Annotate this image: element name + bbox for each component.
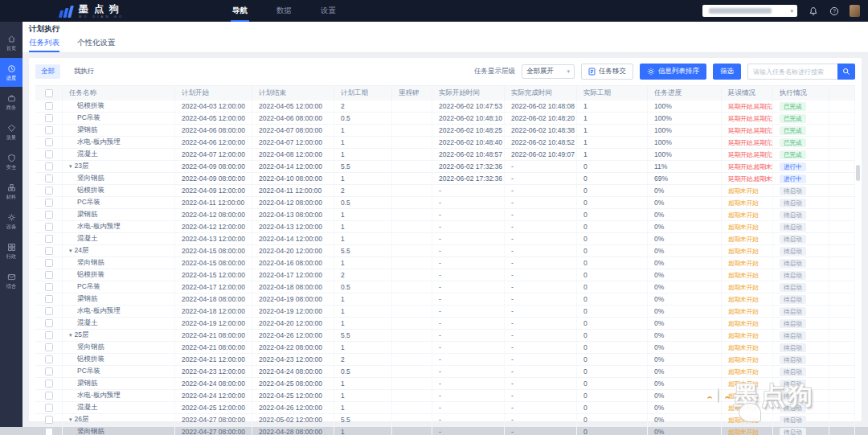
table-row: 竖向钢筋2022-04-21 08:00:002022-04-22 08:00:… [35, 342, 855, 354]
row-spacer [829, 402, 855, 413]
status-cell: 待启动 [773, 342, 829, 353]
sidebar-item-safety[interactable]: 安全 [0, 147, 23, 176]
help-icon[interactable]: ? [829, 6, 839, 16]
expand-caret-icon[interactable]: ▾ [69, 417, 72, 423]
row-checkbox[interactable] [45, 404, 53, 412]
row-checkbox-cell [35, 137, 63, 148]
status-cell: 待启动 [773, 366, 829, 377]
filter-all[interactable]: 全部 [35, 64, 60, 79]
table-row: ▾26层2022-04-27 08:00:002022-05-02 12:00:… [35, 414, 855, 426]
sidebar-item-general[interactable]: 综合 [0, 266, 23, 295]
task-name-cell: 水电-板内预埋 [63, 137, 175, 148]
row-checkbox[interactable] [45, 126, 53, 134]
topbar-nav-nav[interactable]: 导航 [232, 0, 248, 22]
chevron-down-icon: ▾ [790, 8, 793, 14]
row-spacer [829, 221, 855, 232]
tab-personalize[interactable]: 个性化设置 [77, 38, 116, 52]
row-checkbox[interactable] [45, 235, 53, 243]
row-checkbox[interactable] [45, 331, 53, 339]
row-checkbox[interactable] [45, 392, 53, 400]
plan-end-cell: 2022-04-07 12:00:00 [252, 137, 334, 148]
row-checkbox[interactable] [45, 259, 53, 267]
expand-caret-icon[interactable]: ▾ [69, 163, 72, 170]
actual-days-cell: 0 [577, 185, 648, 196]
row-checkbox-cell [35, 233, 63, 244]
row-checkbox[interactable] [45, 114, 53, 122]
row-checkbox[interactable] [45, 307, 53, 315]
row-checkbox[interactable] [45, 283, 53, 291]
row-checkbox[interactable] [45, 380, 53, 388]
progress-cell: 11% [648, 161, 722, 172]
actual-end-cell: - [505, 402, 577, 413]
topbar-nav-data[interactable]: 数据 [276, 0, 292, 22]
delay-cell: 超期未开始 [722, 257, 773, 269]
brand-logo-icon [59, 5, 72, 18]
status-badge: 待启动 [780, 307, 806, 316]
select-all-checkbox[interactable] [45, 89, 53, 97]
status-cell: 待启动 [773, 390, 829, 401]
task-name: PC吊装 [77, 198, 100, 207]
row-checkbox[interactable] [45, 295, 53, 303]
row-checkbox[interactable] [45, 223, 53, 231]
row-checkbox[interactable] [45, 211, 53, 219]
actual-start-cell: - [432, 233, 505, 244]
delay-cell: 延期开始,延期完成, [722, 101, 773, 112]
expand-caret-icon[interactable]: ▾ [69, 248, 72, 254]
table-header: 任务名称计划开始计划结束计划工期里程碑实际开始时间实际完成时间实际工期任务进度延… [35, 85, 855, 101]
level-select[interactable]: 全部展开 ▾ [522, 64, 575, 79]
task-transfer-button[interactable]: 任务移交 [581, 64, 633, 80]
row-checkbox[interactable] [45, 319, 53, 327]
task-name: PC吊装 [77, 367, 100, 376]
search-button[interactable] [837, 64, 855, 80]
tab-task-list[interactable]: 任务列表 [29, 38, 59, 52]
row-checkbox-cell [35, 209, 63, 220]
row-checkbox[interactable] [45, 187, 53, 195]
row-checkbox[interactable] [45, 416, 53, 424]
topbar-nav-settings[interactable]: 设置 [321, 0, 336, 22]
sidebar-item-quality[interactable]: 质量 [0, 117, 23, 146]
sidebar-item-progress[interactable]: 进度 [0, 58, 23, 87]
row-checkbox[interactable] [45, 367, 53, 375]
row-checkbox[interactable] [45, 355, 53, 363]
row-checkbox[interactable] [45, 138, 53, 146]
plan-end-cell: 2022-04-14 12:00:00 [252, 161, 334, 172]
actual-days-cell: 0 [577, 293, 648, 305]
row-checkbox-cell [35, 125, 63, 136]
progress-cell: 0% [648, 414, 722, 425]
plan-days-cell: 2 [334, 101, 392, 112]
row-checkbox[interactable] [45, 428, 53, 435]
row-checkbox[interactable] [45, 199, 53, 207]
row-checkbox[interactable] [45, 343, 53, 351]
delay-cell: 超期未开始 [722, 293, 773, 305]
sidebar-item-business[interactable]: 商务 [0, 88, 23, 117]
delay-cell: 超期未开始 [722, 306, 773, 317]
sidebar-item-equipment[interactable]: 设备 [0, 207, 23, 236]
sidebar-item-material[interactable]: 材料 [0, 177, 23, 206]
actual-end-cell: - [505, 161, 577, 172]
row-checkbox[interactable] [45, 162, 53, 170]
table-row: 水电-板内预埋2022-04-24 12:00:002022-04-25 12:… [35, 390, 855, 402]
notification-bell-icon[interactable] [808, 6, 818, 16]
row-checkbox-cell [35, 161, 63, 172]
info-list-sort-button[interactable]: 信息列表排序 [640, 64, 706, 80]
sidebar-item-home[interactable]: 首页 [0, 28, 23, 57]
filter-button[interactable]: 筛选 [713, 64, 741, 80]
status-cell: 待启动 [773, 330, 829, 341]
delay-cell: 超期未开始 [722, 269, 773, 281]
status-badge: 进行中 [780, 174, 806, 183]
expand-caret-icon[interactable]: ▾ [69, 332, 72, 339]
task-search-input[interactable] [747, 64, 837, 80]
row-checkbox[interactable] [45, 247, 53, 255]
row-checkbox[interactable] [45, 174, 53, 183]
sidebar-item-admin[interactable]: 行政 [0, 236, 23, 265]
row-checkbox[interactable] [45, 271, 53, 279]
row-checkbox[interactable] [45, 150, 53, 158]
filter-mine[interactable]: 我执行 [68, 64, 100, 79]
task-name-cell: 混凝土 [63, 402, 175, 413]
actual-end-cell: 2022-06-02 10:49:07 [505, 149, 577, 160]
project-selector[interactable]: ▾ [702, 5, 797, 17]
row-checkbox[interactable] [45, 102, 53, 110]
user-avatar[interactable] [850, 5, 860, 17]
actual-end-cell: - [505, 414, 577, 425]
vertical-scrollbar[interactable] [856, 165, 860, 181]
